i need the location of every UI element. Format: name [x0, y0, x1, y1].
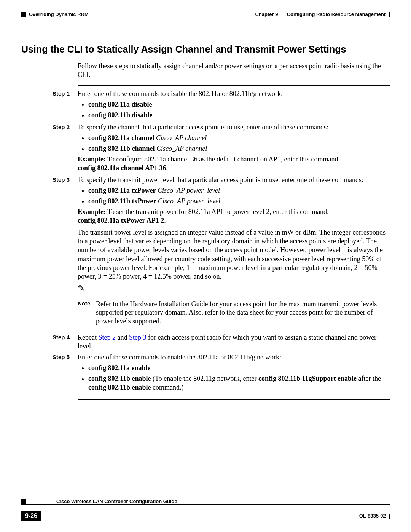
step-label: Step 2: [53, 123, 78, 174]
header-chapter-title: Configuring Radio Resource Management: [287, 11, 386, 17]
step-1: Step 1 Enter one of these commands to di…: [53, 89, 390, 121]
page-number: 9-26: [21, 511, 41, 521]
page-header: Overriding Dynamic RRM Chapter 9 Configu…: [21, 11, 390, 17]
footer-doc-id: OL-8335-02: [359, 513, 386, 519]
note-divider: [96, 328, 390, 328]
note-pencil-icon: ✎: [78, 284, 390, 292]
step-text: Enter one of these commands to enable th…: [78, 353, 281, 361]
command: config 802.11b txPower Cisco_AP power_le…: [88, 197, 390, 206]
command: config 802.11a txPower Cisco_AP power_le…: [88, 186, 390, 195]
header-chapter-label: Chapter 9: [255, 11, 278, 17]
page-footer: Cisco Wireless LAN Controller Configurat…: [21, 498, 390, 521]
note-divider: [96, 296, 390, 296]
step-3: Step 3 To specify the transmit power lev…: [53, 176, 390, 332]
step-5: Step 5 Enter one of these commands to en…: [53, 353, 390, 394]
note-text: Refer to the Hardware Installation Guide…: [96, 300, 390, 326]
step-link[interactable]: Step 2: [98, 334, 116, 341]
step-text: Enter one of these commands to disable t…: [78, 90, 283, 97]
example-paragraph: Example: To configure 802.11a channel 36…: [78, 155, 390, 173]
footer-guide-title: Cisco Wireless LAN Controller Configurat…: [56, 498, 177, 504]
example-paragraph: Example: To set the transmit power for 8…: [78, 208, 390, 225]
step-4: Step 4 Repeat Step 2 and Step 3 for each…: [53, 333, 390, 351]
command: config 802.11a enable: [88, 364, 390, 372]
step-label: Step 1: [53, 89, 78, 121]
command: config 802.11a channel Cisco_AP channel: [88, 134, 390, 142]
header-marker-icon: [21, 12, 26, 17]
step-link[interactable]: Step 3: [129, 334, 147, 341]
step-label: Step 4: [53, 333, 78, 351]
footer-bar-icon: [389, 514, 390, 519]
divider: [78, 85, 390, 86]
step-text: To specify the transmit power level that…: [78, 176, 363, 184]
command: config 802.11b disable: [88, 111, 390, 120]
section-heading: Using the CLI to Statically Assign Chann…: [21, 44, 390, 55]
note-block: Note Refer to the Hardware Installation …: [78, 300, 390, 326]
header-section-tag: Overriding Dynamic RRM: [29, 11, 89, 17]
intro-paragraph: Follow these steps to statically assign …: [78, 62, 390, 79]
note-label: Note: [78, 300, 96, 326]
command: config 802.11a disable: [88, 100, 390, 109]
header-bar-icon: [389, 12, 390, 17]
step-label: Step 3: [53, 176, 78, 332]
step-2: Step 2 To specify the channel that a par…: [53, 123, 390, 174]
step-label: Step 5: [53, 353, 78, 394]
command: config 802.11b enable (To enable the 802…: [88, 374, 390, 392]
command: config 802.11b channel Cisco_AP channel: [88, 144, 390, 153]
divider: [78, 399, 390, 400]
footer-marker-icon: [21, 499, 26, 504]
step-text: Repeat Step 2 and Step 3 for each access…: [78, 333, 390, 351]
step-text: To specify the channel that a particular…: [78, 123, 328, 131]
body-paragraph: The transmit power level is assigned an …: [78, 228, 390, 281]
